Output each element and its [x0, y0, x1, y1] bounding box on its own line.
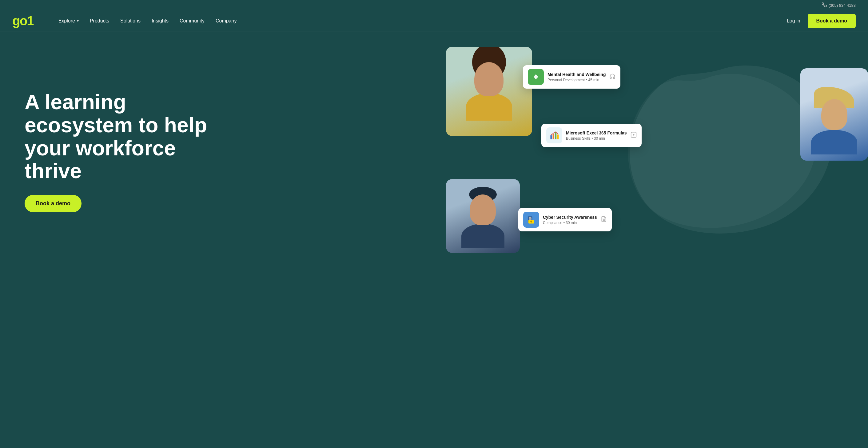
nav-company[interactable]: Company — [216, 18, 237, 24]
book-demo-button-header[interactable]: Book a demo — [808, 14, 856, 28]
person-photo-woman-blonde — [800, 68, 868, 160]
svg-rect-15 — [531, 221, 531, 223]
phone-contact: (305) 834 4183 — [822, 2, 856, 8]
svg-marker-8 — [633, 133, 634, 136]
person-photo-man — [446, 179, 520, 253]
person-card-woman-blonde — [800, 68, 868, 160]
course-icon-lock — [523, 212, 539, 228]
person-card-man — [446, 179, 520, 253]
nav-right: Log in Book a demo — [787, 14, 856, 28]
course-info-cyber-security: Cyber Security Awareness Compliance • 30… — [543, 215, 597, 225]
course-info-mental-health: Mental Health and Wellbeing Personal Dev… — [548, 72, 606, 82]
svg-rect-11 — [529, 217, 531, 219]
svg-point-1 — [535, 75, 536, 76]
svg-rect-3 — [550, 136, 552, 139]
nav-explore[interactable]: Explore ▾ — [58, 18, 79, 24]
course-info-excel: Microsoft Excel 365 Formulas Business Sk… — [566, 130, 627, 141]
course-card-mental-health: Mental Health and Wellbeing Personal Dev… — [523, 65, 621, 89]
book-demo-button-hero[interactable]: Book a demo — [25, 195, 82, 212]
nav-links: Explore ▾ Products Solutions Insights Co… — [58, 18, 787, 24]
top-bar: (305) 834 4183 — [0, 0, 868, 11]
logo[interactable]: go1 — [12, 14, 33, 27]
course-action-headphones — [609, 73, 616, 81]
course-meta-cyber-security: Compliance • 30 min — [543, 220, 597, 225]
phone-number: (305) 834 4183 — [829, 3, 856, 8]
nav-community[interactable]: Community — [180, 18, 205, 24]
course-action-document — [601, 216, 607, 224]
course-meta-mental-health: Personal Development • 45 min — [548, 78, 606, 82]
course-meta-excel: Business Skills • 30 min — [566, 136, 627, 141]
course-title-mental-health: Mental Health and Wellbeing — [548, 72, 606, 77]
hero-visual: Mental Health and Wellbeing Personal Dev… — [391, 31, 868, 271]
course-card-excel: Microsoft Excel 365 Formulas Business Sk… — [541, 124, 642, 147]
course-title-cyber-security: Cyber Security Awareness — [543, 215, 597, 220]
course-icon-brain — [528, 69, 544, 85]
chevron-down-icon: ▾ — [77, 19, 79, 23]
nav-solutions[interactable]: Solutions — [120, 18, 141, 24]
phone-icon — [822, 2, 827, 8]
person-photo-woman-curly — [446, 47, 532, 136]
nav-divider — [52, 16, 52, 26]
svg-rect-4 — [553, 134, 554, 139]
login-button[interactable]: Log in — [787, 18, 800, 24]
person-card-woman-curly — [446, 47, 532, 136]
nav-products[interactable]: Products — [90, 18, 109, 24]
course-card-cyber-security: Cyber Security Awareness Compliance • 30… — [518, 208, 612, 231]
svg-rect-6 — [557, 135, 559, 139]
nav-insights[interactable]: Insights — [152, 18, 168, 24]
hero-section: A learning ecosystem to help your workfo… — [0, 31, 868, 271]
hero-title: A learning ecosystem to help your workfo… — [25, 90, 209, 182]
hero-content: A learning ecosystem to help your workfo… — [25, 90, 209, 212]
course-title-excel: Microsoft Excel 365 Formulas — [566, 130, 627, 136]
svg-rect-5 — [555, 132, 556, 139]
course-action-play — [630, 132, 637, 139]
course-icon-excel — [546, 127, 562, 143]
header: go1 Explore ▾ Products Solutions Insight… — [0, 11, 868, 31]
